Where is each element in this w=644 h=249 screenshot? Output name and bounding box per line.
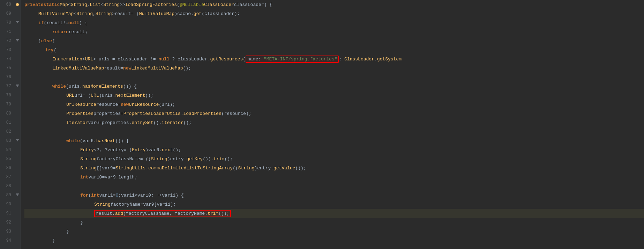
gutter-row: 84	[0, 145, 21, 154]
gutter-row: 75	[0, 64, 21, 73]
line-number: 78	[0, 93, 14, 98]
fold-arrow-icon[interactable]	[16, 39, 19, 43]
gutter-row: 93	[0, 227, 21, 236]
gutter-row: 70	[0, 18, 21, 27]
code-line: UrlResource resource = new UrlResource(u…	[24, 100, 644, 109]
code-line: return result;	[24, 27, 644, 36]
code-line: }	[24, 236, 644, 245]
line-number: 89	[0, 193, 14, 198]
code-line	[24, 127, 644, 136]
line-number: 88	[0, 184, 14, 189]
line-number: 69	[0, 11, 14, 16]
line-number: 92	[0, 220, 14, 225]
code-line: if (result != null) {	[24, 18, 644, 27]
gutter-row: 69	[0, 9, 21, 18]
gutter-row: 72	[0, 36, 21, 45]
gutter-row: 74	[0, 54, 21, 64]
line-number: 81	[0, 120, 14, 125]
gutter-row: 86	[0, 163, 21, 173]
gutter-row: 81	[0, 118, 21, 127]
code-line: } else {	[24, 36, 644, 45]
line-number: 71	[0, 29, 14, 34]
line-number: 73	[0, 47, 14, 52]
gutter-row: 78	[0, 91, 21, 100]
line-number: 77	[0, 84, 14, 89]
line-number: 87	[0, 175, 14, 180]
code-area: 6869707172737475767778798081828384858687…	[0, 0, 644, 249]
code-line: Iterator var6 = properties.entrySet().it…	[24, 118, 644, 127]
code-line: MultiValueMap<String, String> result = (…	[24, 9, 644, 18]
code-line: }	[24, 218, 644, 227]
gutter-row: 85	[0, 154, 21, 163]
line-number: 94	[0, 238, 14, 243]
gutter-row: 79	[0, 100, 21, 109]
code-line	[24, 73, 644, 82]
line-number: 80	[0, 111, 14, 116]
code-content[interactable]: private static Map<String, List<String>>…	[21, 0, 644, 249]
code-line: URL url = (URL)urls.nextElement();	[24, 91, 644, 100]
code-line: }	[24, 227, 644, 236]
code-line: result.add(factoryClassName, factoryName…	[24, 209, 644, 218]
tooltip-highlight: name: "META-INF/spring.factories"	[246, 56, 339, 63]
gutter-row: 77	[0, 82, 21, 91]
gutter-row: 91	[0, 209, 21, 218]
fold-arrow-icon[interactable]	[16, 21, 19, 24]
line-number: 82	[0, 129, 14, 134]
gutter-row: 73	[0, 45, 21, 54]
line-number: 84	[0, 147, 14, 152]
code-line: while(urls.hasMoreElements()) {	[24, 82, 644, 91]
gutter-row: 71	[0, 27, 21, 36]
code-line: String factoryClassName = ((String)entry…	[24, 154, 644, 163]
gutter-row: 68	[0, 0, 21, 9]
code-line: Entry<?, ?> entry = (Entry)var6.next();	[24, 145, 644, 154]
line-number: 75	[0, 66, 14, 71]
gutter-row: 83	[0, 136, 21, 145]
code-line: Properties properties = PropertiesLoader…	[24, 109, 644, 118]
code-editor: 6869707172737475767778798081828384858687…	[0, 0, 644, 249]
fold-arrow-icon[interactable]	[16, 85, 19, 88]
line-number: 90	[0, 202, 14, 207]
gutter-row: 88	[0, 182, 21, 191]
gutter-row: 80	[0, 109, 21, 118]
gutter-row: 89	[0, 191, 21, 200]
code-line: String[] var9 = StringUtils.commaDelimit…	[24, 163, 644, 173]
code-line: Enumeration<URL> urls = classLoader != n…	[24, 54, 644, 64]
line-number: 79	[0, 102, 14, 107]
line-number: 70	[0, 20, 14, 25]
gutter-row: 76	[0, 73, 21, 82]
gutter-row: 87	[0, 173, 21, 182]
line-number: 86	[0, 166, 14, 170]
line-number: 93	[0, 229, 14, 234]
line-number: 74	[0, 57, 14, 61]
line-number: 91	[0, 211, 14, 216]
breakpoint-icon[interactable]	[16, 3, 19, 6]
fold-arrow-icon[interactable]	[16, 193, 19, 197]
code-line: try {	[24, 45, 644, 54]
line-number: 68	[0, 2, 14, 7]
gutter-row: 94	[0, 236, 21, 245]
line-number: 76	[0, 75, 14, 80]
code-line: for(int var11 = 0; var11 < var10; ++var1…	[24, 191, 644, 200]
line-number: 72	[0, 38, 14, 43]
code-line: LinkedMultiValueMap result = new LinkedM…	[24, 64, 644, 73]
line-number: 83	[0, 138, 14, 143]
code-line: String factoryName = var9[var11];	[24, 200, 644, 209]
code-line: private static Map<String, List<String>>…	[24, 0, 644, 9]
gutter-row: 82	[0, 127, 21, 136]
line-number: 85	[0, 156, 14, 161]
code-line: while(var6.hasNext()) {	[24, 136, 644, 145]
code-line: int var10 = var9.length;	[24, 173, 644, 182]
gutter-row: 90	[0, 200, 21, 209]
line-gutter: 6869707172737475767778798081828384858687…	[0, 0, 21, 249]
fold-arrow-icon[interactable]	[16, 139, 19, 142]
gutter-row: 92	[0, 218, 21, 227]
code-line	[24, 182, 644, 191]
highlighted-line-box: result.add(factoryClassName, factoryName…	[94, 210, 231, 217]
